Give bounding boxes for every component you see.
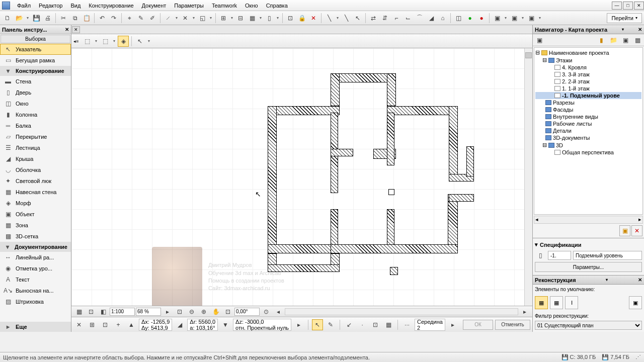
minimize-button[interactable]: —	[612, 2, 622, 10]
copy-icon[interactable]: ⧉	[69, 13, 80, 24]
menu-view[interactable]: Вид	[66, 1, 85, 10]
cb-mode1-icon[interactable]: ⊞	[87, 319, 98, 330]
paste-icon[interactable]: 📋	[81, 13, 92, 24]
origin-icon[interactable]: ◱	[197, 13, 208, 24]
sel-mode3-icon[interactable]: ◈	[118, 36, 129, 47]
tool1-icon[interactable]: ⌐	[391, 13, 402, 24]
section-construct[interactable]: ▾Конструирование	[0, 66, 71, 76]
tree-story-2[interactable]: 2. 2-й этаж	[535, 78, 641, 85]
v1-dropdown[interactable]: ▾	[503, 13, 508, 24]
recon-close-icon[interactable]: ✕	[638, 277, 642, 283]
recon-filter-select[interactable]: 01 Существующий план	[535, 321, 642, 330]
project-tree[interactable]: ⊟ Наименование проекта ⊟ Этажи 4. Кровля…	[534, 47, 643, 215]
scale-input[interactable]	[110, 308, 135, 316]
tool-window[interactable]: ◫Окно	[0, 98, 71, 109]
chevron-down-icon[interactable]: ▾	[535, 241, 538, 248]
menu-teamwork[interactable]: Teamwork	[208, 1, 241, 10]
cb-n1-icon[interactable]: ▸	[293, 319, 304, 330]
angle-btn-icon[interactable]: ⊙	[261, 306, 272, 317]
more-button[interactable]: ▸Еще	[0, 322, 71, 332]
tool-roof[interactable]: ◢Крыша	[0, 153, 71, 164]
v3-dropdown[interactable]: ▾	[537, 13, 542, 24]
tool-wall[interactable]: ▬Стена	[0, 76, 71, 87]
3d-icon[interactable]: ◫	[453, 13, 464, 24]
menu-design[interactable]: Конструирование	[85, 1, 137, 10]
arc-icon[interactable]: ⌒	[414, 13, 425, 24]
tree-details[interactable]: Детали	[535, 127, 641, 134]
angle-input[interactable]	[234, 308, 260, 316]
cb-tri-icon[interactable]: ◢	[174, 319, 185, 330]
grid-icon[interactable]: ⊞	[218, 13, 229, 24]
recon-demo-icon[interactable]: ▦	[550, 296, 563, 309]
red-icon[interactable]: ●	[476, 13, 487, 24]
cb-mode2-icon[interactable]: ⊡	[100, 319, 111, 330]
ruler-btn1[interactable]: ▦	[73, 306, 85, 317]
nav-tb1-icon[interactable]: ▣	[534, 35, 545, 46]
resize-grip-icon[interactable]: ⋰	[635, 354, 641, 360]
vertical-scrollbar[interactable]	[524, 48, 532, 306]
tree-elevations[interactable]: Фасады	[535, 106, 641, 113]
grid-dropdown[interactable]: ▾	[229, 13, 234, 24]
zoom-out-icon[interactable]: ⊖	[186, 306, 197, 317]
prev-icon[interactable]: ◂	[273, 306, 284, 317]
cb-snap2-icon[interactable]: ✎	[325, 319, 336, 330]
tool-marquee[interactable]: ▭Бегущая рамка	[0, 55, 71, 66]
view2-icon[interactable]: ▣	[509, 13, 520, 24]
recon-new-icon[interactable]: Ⅰ	[565, 296, 578, 309]
tool-stair[interactable]: ☰Лестница	[0, 142, 71, 153]
undo-icon[interactable]: ↶	[97, 13, 108, 24]
angle1-dropdown[interactable]: ▾	[174, 13, 179, 24]
ruler-btn2[interactable]: ⊡	[86, 306, 97, 317]
new-icon[interactable]: 🗋	[2, 13, 13, 24]
sel-d2[interactable]: ▾	[112, 36, 117, 47]
snap-icon[interactable]: ⊟	[235, 13, 246, 24]
tool-fill[interactable]: ▨Штриховка	[0, 296, 71, 307]
v2-dropdown[interactable]: ▾	[520, 13, 525, 24]
arrow-icon[interactable]: ↖	[352, 13, 363, 24]
cb-s4-icon[interactable]: ▦	[383, 319, 394, 330]
group-icon[interactable]: ▯	[264, 13, 275, 24]
zoom-input[interactable]	[136, 308, 161, 316]
layer-icon[interactable]: ▦	[247, 13, 258, 24]
tree-story-3[interactable]: 3. 3-й этаж	[535, 71, 641, 78]
tool-mesh[interactable]: ▩3D-сетка	[0, 231, 71, 242]
zoom-fit-icon[interactable]: ⊡	[174, 306, 185, 317]
spec-name-input[interactable]	[573, 251, 642, 260]
tool-dim[interactable]: ↔Линейный ра...	[0, 252, 71, 263]
cb-mid-icon[interactable]: ···	[401, 319, 413, 330]
green-icon[interactable]: ●	[464, 13, 475, 24]
recon-exist-icon[interactable]: ▦	[535, 296, 548, 309]
cb-s3-icon[interactable]: ⊡	[370, 319, 381, 330]
tree-interior[interactable]: Внутренние виды	[535, 113, 641, 120]
h-scrollbar[interactable]	[285, 308, 518, 315]
sel-d1[interactable]: ▾	[94, 36, 99, 47]
cb-a-icon[interactable]: ▲	[126, 319, 137, 330]
save-icon[interactable]: 💾	[31, 13, 42, 24]
collapse-icon[interactable]: ◂≡	[73, 39, 80, 44]
home-icon[interactable]: ⌂	[437, 13, 448, 24]
tool-curtain[interactable]: ▦Навесная стена	[0, 187, 71, 198]
tree-3ddocs[interactable]: 3D-документы	[535, 134, 641, 141]
unlock-icon[interactable]: ✕	[308, 13, 319, 24]
tree-3d-persp[interactable]: Общая перспектива	[535, 149, 641, 156]
tool-pointer[interactable]: ↖Указатель	[0, 44, 71, 55]
zoom-in-icon[interactable]: ⊕	[198, 306, 209, 317]
pencil-icon[interactable]: ✎	[135, 13, 146, 24]
cb-go-icon[interactable]: ▸	[447, 319, 458, 330]
nav-close-icon[interactable]: ✕	[638, 27, 642, 32]
next-icon[interactable]: ▸	[519, 306, 530, 317]
tool-level[interactable]: ◉Отметка уро...	[0, 263, 71, 274]
origin-dropdown[interactable]: ▾	[208, 13, 213, 24]
angle1-icon[interactable]: ⟋	[163, 13, 174, 24]
print-icon[interactable]: 🖨	[42, 13, 53, 24]
tree-sections[interactable]: Разрезы	[535, 99, 641, 106]
section-doc[interactable]: ▾Документирование	[0, 242, 71, 252]
pick-icon[interactable]: ⌖	[124, 13, 135, 24]
cb-plus-icon[interactable]: +	[113, 319, 124, 330]
group-dropdown[interactable]: ▾	[275, 13, 280, 24]
spec-btn1-icon[interactable]: ▣	[619, 225, 630, 236]
menu-file[interactable]: Файл	[13, 1, 35, 10]
view1-icon[interactable]: ▣	[492, 13, 503, 24]
canvas[interactable]: ↖ Дмитрий Мудров Обучение 3d max и Archi…	[71, 48, 532, 306]
cb-s2-icon[interactable]: ·	[357, 319, 368, 330]
